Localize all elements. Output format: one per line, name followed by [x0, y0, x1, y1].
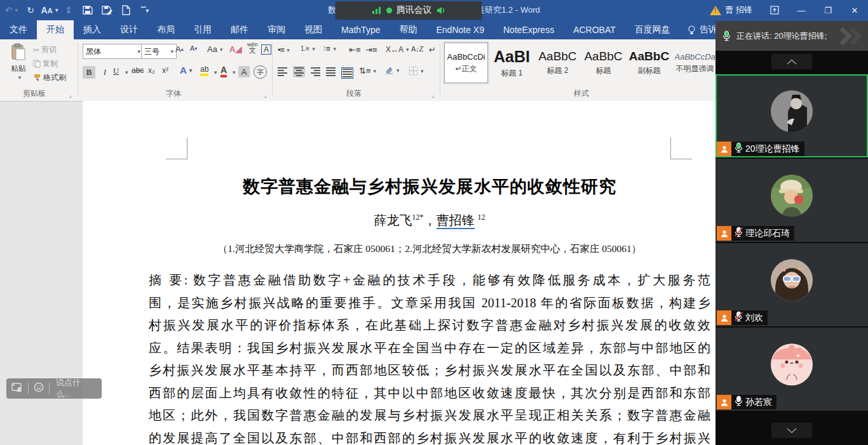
share-member-icon[interactable]: [6, 383, 28, 395]
mic-status-icon: [734, 311, 743, 324]
text-effects-button[interactable]: A▾: [180, 65, 192, 76]
save-icon[interactable]: [80, 3, 95, 18]
underline-button[interactable]: U: [113, 66, 119, 76]
asian-layout-icon[interactable]: X↔A▾: [386, 45, 409, 54]
redo-icon[interactable]: ↻: [23, 3, 38, 18]
tab-ACROBAT[interactable]: ACROBAT: [564, 20, 625, 39]
tab-设计[interactable]: 设计: [111, 20, 147, 39]
participant-tile-刘欢[interactable]: 刘欢: [715, 243, 868, 326]
decrease-indent-icon[interactable]: ⇤≡: [349, 45, 360, 55]
font-style-icon[interactable]: AA▾: [42, 3, 57, 18]
panel-arrows-decoration: [836, 26, 864, 46]
warning-icon[interactable]: [710, 6, 721, 15]
paper-affiliation: （1.河北经贸大学商学院，石家庄 050061；2.河北经贸大学新农村发展研究中…: [149, 242, 710, 256]
tab-插入[interactable]: 插入: [74, 20, 111, 39]
highlight-button[interactable]: ab: [200, 65, 208, 76]
superscript-button[interactable]: x²: [162, 66, 168, 75]
style-副标题[interactable]: AaBbC副标题: [627, 43, 671, 83]
clipboard-dialog-launcher[interactable]: ⌟: [69, 91, 72, 98]
tencent-meeting-pill[interactable]: 腾讯会议: [336, 1, 482, 19]
align-right-icon[interactable]: [311, 67, 320, 76]
show-marks-icon[interactable]: ↵: [429, 45, 436, 55]
tab-MathType[interactable]: MathType: [332, 20, 390, 39]
increase-indent-icon[interactable]: ⇥≡: [365, 45, 377, 55]
justify-icon[interactable]: [326, 67, 336, 76]
collapse-videos-button[interactable]: [771, 54, 812, 69]
align-left-icon[interactable]: [278, 67, 287, 76]
paste-button[interactable]: 粘贴 ▾: [5, 43, 32, 81]
chat-input[interactable]: 说点什么...: [50, 377, 102, 400]
undo-icon[interactable]: ↶▾: [4, 3, 19, 18]
bullets-icon[interactable]: •≡▾: [278, 45, 289, 55]
enclose-characters-button[interactable]: 字: [254, 65, 267, 79]
participant-name: 刘欢: [745, 312, 763, 324]
tab-布局[interactable]: 布局: [147, 20, 184, 39]
italic-button[interactable]: I: [99, 66, 111, 79]
participant-tile-孙若宸[interactable]: 孙若宸: [715, 328, 868, 411]
character-border-button[interactable]: A: [261, 44, 271, 55]
tab-NoteExpress[interactable]: NoteExpress: [494, 20, 564, 39]
tab-视图[interactable]: 视图: [295, 20, 332, 39]
ribbon-display-options-icon[interactable]: [761, 0, 788, 20]
numbering-icon[interactable]: 1.≡▾: [301, 45, 315, 52]
new-document-icon[interactable]: [118, 3, 133, 18]
style-标题 2[interactable]: AaBbC标题 2: [536, 43, 580, 83]
tab-引用[interactable]: 引用: [184, 20, 221, 39]
author-1: 薛龙飞: [374, 213, 412, 227]
tab-开始[interactable]: 开始: [37, 20, 74, 39]
expand-videos-button[interactable]: [771, 423, 812, 438]
phonetic-guide-button[interactable]: wén文: [247, 42, 258, 53]
style-↵正文[interactable]: AaBbCcDi↵正文: [444, 43, 488, 83]
font-dialog-launcher[interactable]: ⌟: [264, 91, 267, 98]
save-as-icon[interactable]: [99, 3, 114, 18]
qat-customize-icon[interactable]: ▔▾: [137, 3, 153, 18]
style-标题 1[interactable]: AaBI标题 1: [490, 43, 534, 83]
meeting-chat-widget[interactable]: 说点什么...: [6, 378, 102, 399]
character-shading-button[interactable]: A: [238, 66, 250, 77]
tab-审阅[interactable]: 审阅: [258, 20, 295, 39]
font-size-combo[interactable]: 三号▾: [141, 44, 177, 59]
grow-font-button[interactable]: A▴: [175, 44, 184, 54]
screen: 数字普惠金融与乡村振兴发展水平的收敛性研究1.2 - Word ↶▾ ↻ AA▾…: [0, 0, 868, 445]
restore-button[interactable]: ❐: [815, 0, 841, 20]
font-color-button[interactable]: A: [220, 65, 227, 77]
cut-button[interactable]: ✂剪切: [33, 44, 57, 55]
change-case-button[interactable]: Aa▾: [207, 44, 222, 54]
line-spacing-icon[interactable]: ⇅≡▾: [359, 66, 376, 76]
tab-EndNote X9[interactable]: EndNote X9: [426, 20, 494, 39]
clear-formatting-button[interactable]: A◢: [229, 44, 241, 54]
clipboard-group: 粘贴 ▾ ✂剪切 复制 格式刷 剪贴板 ⌟: [0, 39, 78, 100]
format-painter-button[interactable]: 格式刷: [33, 72, 66, 83]
quick-access-toolbar: ↶▾ ↻ AA▾ ⇕ ▔▾: [4, 0, 153, 20]
speaking-now-bar: 正在讲话: 20理论曹招锋;: [715, 21, 868, 51]
participant-tile-20理论曹招锋[interactable]: 20理论曹招锋: [715, 74, 868, 157]
tab-百度网盘[interactable]: 百度网盘: [625, 20, 680, 39]
bold-button[interactable]: B: [83, 66, 95, 79]
tab-文件[interactable]: 文件: [0, 20, 37, 39]
tab-邮件[interactable]: 邮件: [221, 20, 258, 39]
close-button[interactable]: ✕: [841, 0, 868, 20]
subscript-button[interactable]: x₂: [148, 66, 155, 75]
strikethrough-button[interactable]: abc: [132, 66, 144, 75]
style-标题[interactable]: AaBbC标题: [581, 43, 625, 83]
copy-button[interactable]: 复制: [33, 58, 58, 69]
line-spacing-icon[interactable]: ⇕: [61, 3, 76, 18]
align-center-icon[interactable]: [293, 66, 305, 77]
sort-icon[interactable]: A↓Z: [411, 45, 424, 53]
shrink-font-button[interactable]: A▾: [190, 44, 197, 52]
distribute-icon[interactable]: [341, 67, 353, 79]
emoji-icon[interactable]: [29, 382, 49, 395]
style-不明显强调[interactable]: AaBbCcDa不明显强调: [673, 43, 717, 83]
minimize-button[interactable]: —: [788, 0, 815, 20]
tab-帮助[interactable]: 帮助: [390, 20, 426, 39]
multilevel-list-icon[interactable]: ⁝≣▾: [323, 45, 336, 52]
account-name[interactable]: 曹 招锋: [725, 4, 752, 16]
lightbulb-icon: [688, 25, 696, 35]
shading-icon[interactable]: ▾: [384, 66, 400, 75]
borders-icon[interactable]: ▾: [409, 66, 424, 76]
participant-tile-理论邱石琦[interactable]: 理论邱石琦: [715, 159, 868, 242]
abstract-line: 乡村振兴发展水平基本持平，而西部地区较低；乡村振兴发展水平在全国以及东部、中部和: [149, 359, 710, 382]
person-icon: [720, 145, 729, 154]
paragraph-dialog-launcher[interactable]: ⌟: [431, 91, 435, 98]
font-family-combo[interactable]: 黑体▾: [83, 44, 144, 59]
